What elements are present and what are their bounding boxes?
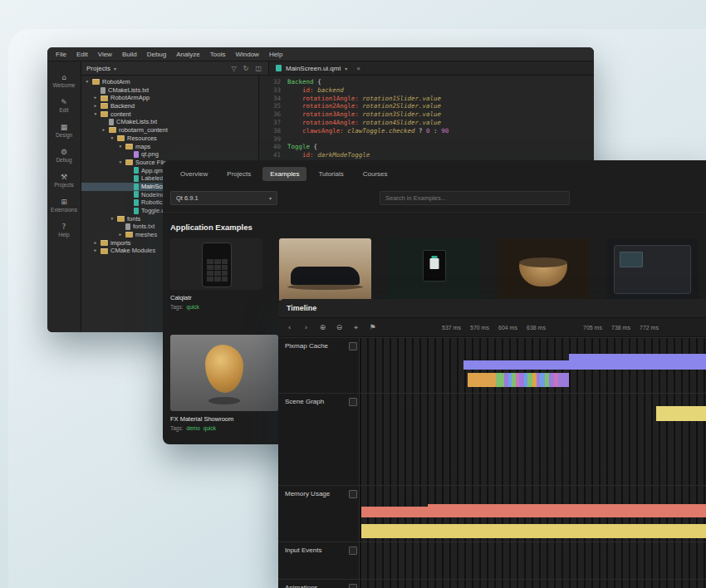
menu-item[interactable]: Analyze <box>171 51 204 58</box>
example-thumbnail <box>498 238 590 301</box>
tree-item[interactable]: CMakeLists.txt <box>81 86 258 95</box>
qt-version-dropdown[interactable]: Qt 6.9.1 ▾ <box>170 191 277 205</box>
tree-expand-arrow[interactable]: ▸ <box>118 231 123 239</box>
code-token <box>287 119 302 126</box>
examples-tab[interactable]: Projects <box>219 167 258 181</box>
menu-item[interactable]: Debug <box>142 51 172 58</box>
examples-tab[interactable]: Courses <box>355 167 395 181</box>
example-card[interactable]: FX Material Showroom Tags: demoquick <box>170 335 278 431</box>
sidebar-mode-item[interactable]: Welcome <box>47 71 81 90</box>
code-token: rotation3Angle: <box>302 110 362 118</box>
time-ruler-label: 738 ms <box>611 325 630 331</box>
line-number: 36 <box>259 110 287 119</box>
tree-expand-arrow[interactable]: ▾ <box>93 110 98 119</box>
tree-expand-arrow[interactable]: ▸ <box>93 102 98 110</box>
timeline-bar[interactable] <box>468 373 496 387</box>
tree-expand-arrow[interactable]: ▸ <box>101 126 106 135</box>
tree-expand-arrow[interactable]: ▾ <box>85 78 90 86</box>
section-title: Application Examples <box>163 213 706 232</box>
example-card[interactable]: Calqlatr Tags: quick <box>170 238 262 310</box>
examples-search-input[interactable] <box>380 191 570 205</box>
time-ruler-label: 537 ms <box>442 325 461 331</box>
sidebar-mode-label: Edit <box>59 107 68 113</box>
tree-item-label: fonts.txt <box>133 223 154 231</box>
code-token: id: <box>302 86 317 94</box>
code-line: 32 Backend { <box>259 78 594 86</box>
examples-tab[interactable]: Overview <box>173 167 215 181</box>
examples-tab[interactable]: Examples <box>262 167 306 181</box>
sidebar-mode-item[interactable]: Help <box>47 221 81 239</box>
tree-item-icon <box>101 96 108 101</box>
timeline-bar[interactable] <box>428 504 706 517</box>
tree-expand-arrow[interactable]: ▸ <box>93 239 98 247</box>
timeline-bar[interactable] <box>496 373 504 387</box>
code-token: 90 <box>441 127 449 135</box>
code-token: Toggle <box>287 143 314 150</box>
sidebar-mode-item[interactable]: Projects <box>47 171 81 189</box>
tree-item-icon <box>92 79 100 85</box>
code-token: { <box>317 78 321 86</box>
tree-expand-arrow[interactable]: ▸ <box>93 247 98 255</box>
tree-item[interactable]: ▾ RobotArm <box>81 78 258 86</box>
example-card[interactable] <box>606 238 699 306</box>
menu-item[interactable]: Tools <box>205 51 231 58</box>
menu-item[interactable]: Window <box>230 51 263 58</box>
tag-link[interactable]: quick <box>187 304 199 310</box>
timeline-bar[interactable] <box>361 507 429 517</box>
tree-item[interactable]: ▸ Backend <box>81 102 258 110</box>
menu-item[interactable]: View <box>93 51 117 58</box>
example-card[interactable] <box>498 238 590 306</box>
menu-item[interactable]: File <box>51 51 71 58</box>
example-thumbnail <box>170 335 278 411</box>
example-card[interactable] <box>388 238 480 306</box>
code-line: 40 Toggle { <box>259 143 594 151</box>
tree-item-label: maps <box>135 143 150 151</box>
tree-expand-arrow[interactable]: ▾ <box>110 215 115 223</box>
tag-link[interactable]: demo <box>187 425 200 431</box>
sidebar-mode-item[interactable]: Debug <box>47 146 81 164</box>
chevron-down-icon[interactable]: ▾ <box>114 66 116 71</box>
timeline-bar[interactable] <box>361 524 706 538</box>
filter-icon[interactable]: ▽ <box>230 65 238 72</box>
tree-expand-arrow[interactable]: ▾ <box>110 135 115 143</box>
tree-item-label: Resources <box>127 135 157 143</box>
sidebar-mode-item[interactable]: Extensions <box>47 196 81 214</box>
tag-link[interactable]: quick <box>203 425 216 431</box>
sync-icon[interactable]: ↻ <box>242 65 251 72</box>
examples-tab[interactable]: Tutorials <box>311 167 351 181</box>
tree-item[interactable]: ▾ maps <box>81 143 258 151</box>
example-card[interactable] <box>279 238 371 306</box>
tab-dropdown-icon[interactable]: ▾ <box>345 66 347 71</box>
timeline-bar[interactable] <box>558 373 569 387</box>
timeline-bar[interactable] <box>569 354 706 370</box>
tree-item[interactable]: ▾ content <box>81 110 258 119</box>
sidebar-mode-icon <box>62 223 66 231</box>
tree-item[interactable]: ▸ RobotArmApp <box>81 94 258 102</box>
tree-item[interactable]: CMakeLists.txt <box>81 118 258 126</box>
tree-item[interactable]: ▸ robotarm_content <box>81 126 258 135</box>
tab-close-icon[interactable]: × <box>356 65 360 72</box>
sidebar-mode-item[interactable]: Design <box>47 121 81 140</box>
code-token: ? <box>419 127 426 135</box>
tree-item[interactable]: qt.png <box>81 150 258 159</box>
example-thumbnail <box>388 238 480 301</box>
editor-tab-title[interactable]: MainScreen.ui.qml <box>286 65 341 72</box>
timeline-bar[interactable] <box>656 406 706 421</box>
menu-item[interactable]: Build <box>117 51 142 58</box>
menu-item[interactable]: Edit <box>71 51 93 58</box>
tree-expand-arrow[interactable]: ▾ <box>118 159 123 167</box>
tree-item-label: CMakeLists.txt <box>116 118 157 126</box>
code-token: rotation1Slider.value <box>362 95 441 102</box>
sidebar-mode-item[interactable]: Edit <box>47 96 81 115</box>
timeline-bar[interactable] <box>463 360 569 370</box>
line-number: 34 <box>259 95 287 103</box>
code-token: backend <box>317 86 344 94</box>
tree-expand-arrow[interactable]: ▾ <box>118 143 123 151</box>
tree-expand-arrow[interactable]: ▸ <box>93 94 98 102</box>
tree-item-icon <box>134 151 139 158</box>
tree-item-icon <box>101 87 105 94</box>
split-icon[interactable]: ◫ <box>253 65 263 72</box>
tree-item[interactable]: ▾ Resources <box>81 135 258 143</box>
projects-pane-title[interactable]: Projects <box>86 65 110 72</box>
menu-item[interactable]: Help <box>264 51 287 58</box>
